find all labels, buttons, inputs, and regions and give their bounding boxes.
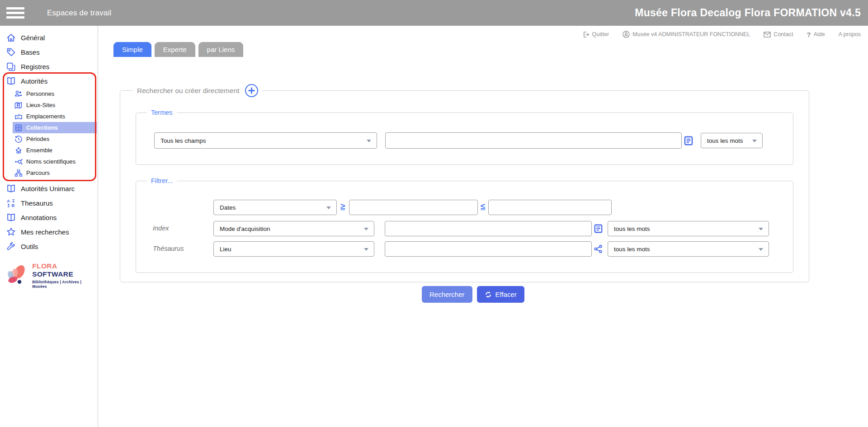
termes-section: Termes Tous les champs tous les mots (136, 109, 793, 165)
map-pin-icon (14, 101, 23, 109)
sidebar-item-general[interactable]: Général (0, 30, 98, 45)
index-field-select[interactable]: Mode d'acquisition (213, 221, 374, 236)
shelf-icon (14, 113, 23, 121)
brand-primary: FLORA (32, 262, 57, 270)
termes-search-input[interactable] (385, 132, 682, 149)
thesaurus-field-select[interactable]: Lieu (213, 241, 374, 257)
cluster-icon (14, 146, 23, 155)
user-label: Musée v4 ADMINISTRATEUR FONCTIONNEL (632, 31, 750, 38)
lte-symbol: ≤ (481, 202, 485, 211)
chevron-down-icon (326, 206, 331, 209)
tab-par-liens[interactable]: par Liens (198, 42, 244, 57)
sidebar-item-label: Périodes (26, 136, 49, 142)
sidebar-item-label: Emplacements (26, 113, 65, 120)
clear-button[interactable]: Effacer (477, 286, 524, 303)
index-search-input[interactable] (385, 221, 592, 236)
sidebar-item-label: Annotations (21, 214, 57, 221)
sidebar-item-noms-scientifiques[interactable]: Noms scientifiques (13, 156, 97, 167)
sidebar-item-outils[interactable]: Outils (0, 239, 98, 253)
create-new-button[interactable] (245, 84, 258, 97)
thesaurus-search-input[interactable] (385, 241, 592, 257)
date-from-input[interactable] (349, 200, 478, 215)
filtrer-legend: Filtrer... (147, 177, 177, 184)
quit-button[interactable]: Quitter (583, 31, 609, 38)
index-words-select-value: tous les mots (614, 225, 650, 232)
date-to-input[interactable] (488, 200, 612, 215)
sidebar-item-mes-recherches[interactable]: Mes recherches (0, 225, 98, 239)
chevron-down-icon (364, 248, 368, 251)
sidebar-item-registres[interactable]: Registres (0, 59, 98, 74)
dates-field-select[interactable]: Dates (213, 200, 337, 215)
index-list-icon[interactable] (594, 224, 603, 233)
user-menu[interactable]: Musée v4 ADMINISTRATEUR FONCTIONNEL (623, 31, 750, 38)
sidebar-item-annotations[interactable]: Annotations (0, 210, 98, 225)
brand-secondary: SOFTWARE (32, 270, 73, 278)
ab-sort-icon: A ↥ ↧ B (6, 198, 16, 208)
open-book-icon (6, 184, 16, 193)
chevron-down-icon (759, 248, 763, 251)
help-button[interactable]: ? Aide (807, 31, 825, 38)
sidebar-item-label: Autorités (21, 77, 47, 85)
search-panel: Rechercher ou créer directement Termes T… (120, 84, 809, 282)
workspace-label: Espaces de travail (47, 9, 112, 18)
thesaurus-words-select-value: tous les mots (614, 246, 650, 253)
sidebar-item-ensemble[interactable]: Ensemble (13, 145, 97, 156)
section-title: Rechercher ou créer directement (137, 87, 240, 95)
sidebar-item-collections[interactable]: Collections (13, 122, 97, 133)
termes-words-select[interactable]: tous les mots (701, 133, 763, 148)
clear-button-label: Effacer (495, 291, 517, 298)
sidebar-item-label: Thesaurus (21, 199, 53, 207)
sidebar-item-emplacements[interactable]: Emplacements (13, 111, 97, 122)
thesaurus-row-label: Thésaurus (153, 245, 184, 252)
gte-symbol: ≥ (340, 202, 345, 211)
svg-text:B: B (12, 203, 15, 208)
envelope-icon (764, 32, 771, 38)
sidebar-item-label: Registres (21, 63, 49, 70)
flora-software-logo: FLORA SOFTWARE Bibliothèques | Archives … (4, 262, 95, 289)
contact-label: Contact (774, 31, 793, 38)
people-icon (14, 90, 23, 98)
termes-legend: Termes (147, 109, 177, 116)
application-window: Espaces de travail Musée Flora Decalog F… (0, 0, 868, 427)
home-icon (6, 33, 16, 42)
sidebar-item-label: Ensemble (26, 147, 52, 154)
chevron-down-icon (759, 228, 763, 230)
search-button[interactable]: Rechercher (422, 286, 472, 303)
sitemap-icon (14, 169, 23, 177)
sidebar-item-autorites-unimarc[interactable]: Autorités Unimarc (0, 181, 98, 196)
sidebar-item-label: Bases (21, 48, 40, 56)
share-network-icon[interactable] (594, 244, 603, 253)
sidebar-item-periodes[interactable]: Périodes (13, 133, 97, 145)
sidebar-item-label: Mes recherches (21, 228, 69, 236)
thesaurus-select-value: Lieu (220, 246, 231, 253)
tab-experte[interactable]: Experte (155, 42, 195, 57)
sidebar-item-label: Outils (21, 243, 38, 250)
brand-tagline: Bibliothèques | Archives | Musées (32, 280, 95, 289)
search-panel-legend: Rechercher ou créer directement (133, 84, 262, 97)
tab-simple[interactable]: Simple (113, 42, 151, 57)
sidebar-item-bases[interactable]: Bases (0, 45, 98, 59)
sidebar-item-label: Personnes (26, 90, 54, 97)
index-list-icon[interactable] (684, 136, 693, 145)
sidebar-item-label: Noms scientifiques (26, 158, 75, 165)
sidebar-item-personnes[interactable]: Personnes (13, 88, 97, 99)
hamburger-menu-icon[interactable] (6, 5, 24, 21)
index-row-label: Index (153, 225, 169, 232)
molecule-icon (14, 158, 23, 166)
thesaurus-words-select[interactable]: tous les mots (608, 241, 769, 257)
sidebar-item-thesaurus[interactable]: A ↥ ↧ B Thesaurus (0, 196, 98, 210)
tag-icon (6, 47, 16, 57)
search-mode-tabs: Simple Experte par Liens (113, 42, 243, 57)
sidebar-item-lieux-sites[interactable]: Lieux-Sites (13, 99, 97, 111)
sidebar-item-parcours[interactable]: Parcours (13, 167, 97, 178)
chevron-down-icon (364, 228, 368, 230)
index-words-select[interactable]: tous les mots (608, 221, 769, 236)
brand-name: FLORA SOFTWARE (32, 262, 95, 278)
termes-field-select[interactable]: Tous les champs (154, 132, 377, 149)
termes-field-select-value: Tous les champs (160, 137, 206, 144)
chevron-down-icon (367, 140, 371, 142)
about-button[interactable]: A propos (839, 31, 861, 38)
chevron-down-icon (752, 140, 757, 142)
sidebar-item-autorites[interactable]: Autorités (0, 74, 98, 88)
contact-button[interactable]: Contact (764, 31, 793, 38)
